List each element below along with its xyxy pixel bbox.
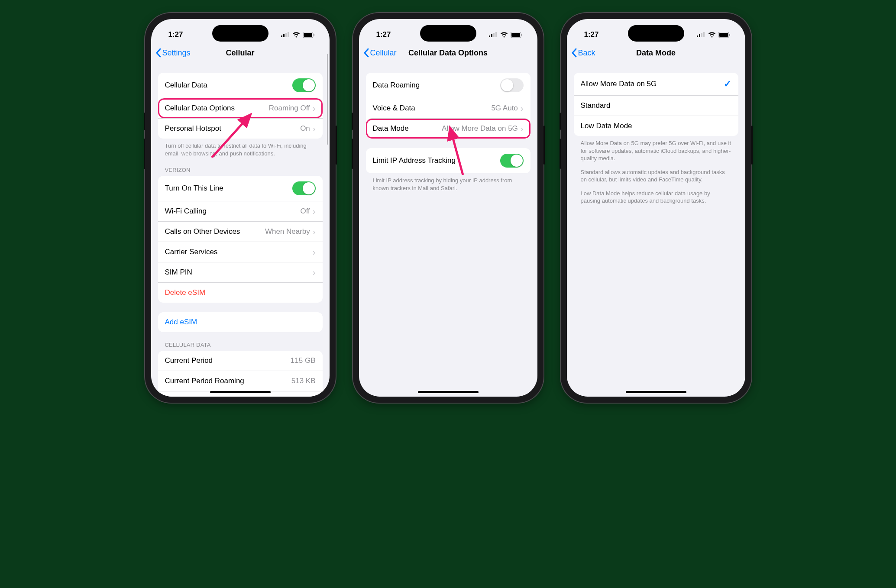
nav-bar: Settings Cellular: [151, 44, 330, 63]
chevron-left-icon: [363, 48, 369, 58]
svg-rect-2: [285, 33, 287, 37]
svg-rect-22: [729, 34, 730, 36]
cellular-data-header: CELLULAR DATA: [158, 332, 323, 351]
row-label: Personal Hotspot: [165, 124, 221, 133]
row-label: Calls on Other Devices: [165, 227, 240, 236]
chevron-right-icon: ›: [313, 104, 316, 113]
dynamic-island: [212, 25, 268, 42]
phone-frame-2: 1:27 Cellular Cellular Data Options Data…: [353, 13, 543, 403]
wifi-icon: [708, 32, 716, 38]
row-detail: Roaming Off: [269, 104, 310, 113]
data-roaming-row[interactable]: Data Roaming: [366, 73, 530, 98]
status-time: 1:27: [168, 30, 183, 39]
row-label: Current Period Roaming: [165, 377, 244, 385]
chevron-right-icon: ›: [313, 268, 316, 277]
calls-other-devices-row[interactable]: Calls on Other Devices When Nearby›: [158, 221, 323, 242]
add-esim-row[interactable]: Add eSIM: [158, 312, 323, 332]
add-esim-group: Add eSIM: [158, 312, 323, 332]
footer-allow-5g: Allow More Data on 5G may prefer 5G over…: [574, 136, 738, 162]
row-detail: 115 GB: [291, 356, 316, 365]
svg-rect-14: [521, 34, 522, 36]
row-label: SIM PIN: [165, 268, 192, 277]
battery-icon: [511, 32, 523, 38]
home-indicator[interactable]: [418, 391, 479, 393]
row-label: Low Data Mode: [581, 122, 632, 130]
personal-hotspot-row[interactable]: Personal Hotspot On ›: [158, 118, 323, 139]
cellular-data-toggle[interactable]: [292, 78, 316, 92]
cellular-signal-icon: [697, 32, 705, 37]
data-roaming-toggle[interactable]: [500, 78, 524, 92]
svg-rect-19: [703, 32, 705, 37]
row-label: Wi-Fi Calling: [165, 207, 207, 216]
row-label: Limit IP Address Tracking: [373, 156, 456, 165]
back-label: Cellular: [370, 48, 397, 58]
wifi-calling-row[interactable]: Wi-Fi Calling Off›: [158, 201, 323, 221]
turn-on-line-row[interactable]: Turn On This Line: [158, 176, 323, 201]
sim-pin-row[interactable]: SIM PIN ›: [158, 262, 323, 282]
checkmark-icon: ✓: [724, 78, 731, 90]
row-detail: On: [300, 124, 310, 133]
ip-tracking-group: Limit IP Address Tracking: [366, 148, 530, 173]
option-low-data-row[interactable]: Low Data Mode: [574, 116, 738, 136]
data-mode-options-group: Allow More Data on 5G ✓ Standard Low Dat…: [574, 73, 738, 136]
group-footer: Turn off cellular data to restrict all d…: [158, 139, 323, 157]
footer-low-data: Low Data Mode helps reduce cellular data…: [574, 184, 738, 205]
home-indicator[interactable]: [210, 391, 271, 393]
row-detail: Off: [300, 207, 310, 216]
row-detail: 5G Auto: [491, 104, 518, 113]
back-button[interactable]: Cellular: [363, 48, 397, 58]
cellular-group: Cellular Data Cellular Data Options Roam…: [158, 73, 323, 139]
row-label: Add eSIM: [165, 318, 197, 326]
row-label: Carrier Services: [165, 248, 218, 256]
svg-rect-5: [304, 33, 312, 37]
phone-frame-1: 1:27 Settings Cellular Cellular Data: [145, 13, 336, 403]
cellular-data-row[interactable]: Cellular Data: [158, 73, 323, 98]
svg-rect-0: [281, 36, 282, 37]
group-footer: Limit IP address tracking by hiding your…: [366, 173, 530, 192]
home-indicator[interactable]: [626, 391, 686, 393]
chevron-right-icon: ›: [313, 124, 316, 133]
row-label: Standard: [581, 101, 611, 110]
wifi-icon: [500, 32, 508, 38]
row-detail: Allow More Data on 5G: [442, 124, 518, 133]
row-label: Cellular Data: [165, 81, 207, 90]
status-time: 1:27: [584, 30, 599, 39]
data-mode-row[interactable]: Data Mode Allow More Data on 5G›: [366, 118, 530, 139]
turn-on-line-toggle[interactable]: [292, 181, 316, 195]
phone-frame-3: 1:27 Back Data Mode Allow More Data on 5…: [561, 13, 751, 403]
footer-standard: Standard allows automatic updates and ba…: [574, 162, 738, 184]
svg-rect-8: [489, 36, 490, 37]
cellular-data-options-row[interactable]: Cellular Data Options Roaming Off ›: [158, 98, 323, 118]
settings-content[interactable]: Cellular Data Cellular Data Options Roam…: [151, 63, 330, 397]
svg-rect-10: [493, 33, 495, 37]
data-options-group: Data Roaming Voice & Data 5G Auto› Data …: [366, 73, 530, 139]
battery-icon: [718, 32, 731, 38]
settings-content[interactable]: Allow More Data on 5G ✓ Standard Low Dat…: [567, 63, 745, 397]
settings-content[interactable]: Data Roaming Voice & Data 5G Auto› Data …: [359, 63, 537, 397]
chevron-right-icon: ›: [521, 104, 524, 113]
back-button[interactable]: Back: [571, 48, 595, 58]
verizon-header: VERIZON: [158, 157, 323, 176]
row-label: Data Roaming: [373, 81, 420, 90]
cellular-signal-icon: [281, 32, 290, 37]
back-label: Settings: [162, 48, 191, 58]
row-label: Turn On This Line: [165, 184, 223, 193]
limit-ip-toggle[interactable]: [500, 154, 524, 168]
limit-ip-tracking-row[interactable]: Limit IP Address Tracking: [366, 148, 530, 173]
current-period-row: Current Period 115 GB: [158, 351, 323, 371]
option-allow-5g-row[interactable]: Allow More Data on 5G ✓: [574, 73, 738, 95]
back-button[interactable]: Settings: [155, 48, 191, 58]
voice-data-row[interactable]: Voice & Data 5G Auto›: [366, 98, 530, 118]
wifi-icon: [292, 32, 300, 38]
option-standard-row[interactable]: Standard: [574, 95, 738, 116]
row-label: Voice & Data: [373, 104, 415, 113]
current-period-roaming-row: Current Period Roaming 513 KB: [158, 371, 323, 391]
dynamic-island: [420, 25, 476, 42]
svg-rect-13: [511, 33, 520, 37]
delete-esim-row[interactable]: Delete eSIM: [158, 282, 323, 303]
status-time: 1:27: [376, 30, 391, 39]
chevron-right-icon: ›: [313, 248, 316, 256]
row-label: Current Period: [165, 356, 213, 365]
carrier-services-row[interactable]: Carrier Services ›: [158, 242, 323, 262]
chevron-left-icon: [571, 48, 577, 58]
